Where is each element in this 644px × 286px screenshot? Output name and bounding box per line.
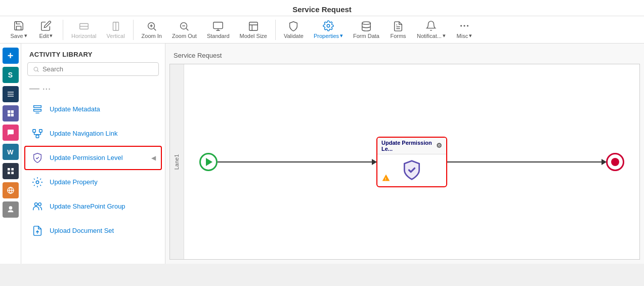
svg-rect-30	[11, 168, 14, 171]
edit-label: Edit ▾	[39, 32, 53, 39]
zoom-out-label: Zoom Out	[172, 33, 197, 39]
horizontal-button[interactable]: Horizontal	[67, 19, 101, 41]
form-data-button[interactable]: Form Data	[349, 19, 383, 41]
update-navigation-icon	[30, 127, 45, 141]
update-navigation-link-label: Update Navigation Link	[50, 130, 117, 138]
vertical-button[interactable]: Vertical	[103, 19, 129, 41]
divider-2	[133, 20, 134, 40]
separator: — ···	[21, 81, 165, 95]
divider-3	[275, 20, 276, 40]
update-sharepoint-group-label: Update SharePoint Group	[50, 202, 125, 211]
svg-point-20	[467, 25, 468, 26]
misc-label: Misc ▾	[457, 32, 473, 39]
end-inner	[611, 158, 619, 166]
edit-button[interactable]: Edit ▾	[33, 18, 59, 41]
canvas-area: Service Request Lane1 Update Permission …	[165, 44, 644, 264]
canvas-label: Service Request	[174, 52, 222, 59]
flow-node-title: Update Permission Le...	[381, 140, 436, 152]
flow-arrow-right	[447, 161, 606, 162]
notifications-label: Notificat... ▾	[417, 32, 446, 39]
svg-rect-38	[39, 130, 42, 133]
user-icon[interactable]	[3, 201, 19, 218]
update-permission-level-label: Update Permission Level	[50, 154, 123, 162]
update-metadata-icon	[30, 102, 45, 116]
title-bar: Service Request	[0, 0, 644, 16]
list-icon[interactable]	[3, 86, 19, 102]
svg-rect-24	[8, 96, 14, 96]
activity-library-header: ACTIVITY LIBRARY	[21, 44, 165, 62]
form-data-label: Form Data	[353, 33, 379, 39]
svg-point-34	[34, 67, 38, 71]
gear-icon[interactable]: ⚙	[436, 142, 442, 149]
forms-label: Forms	[390, 33, 406, 39]
save-label: Save ▾	[10, 32, 27, 39]
lane-container: Lane1 Update Permission Le... ⚙	[169, 64, 640, 260]
validate-label: Validate	[284, 33, 304, 39]
lane-label: Lane1	[170, 64, 184, 259]
flow-arrow-left	[218, 161, 376, 162]
svg-point-19	[464, 25, 465, 26]
svg-rect-26	[11, 110, 13, 113]
activity-item-update-property[interactable]: Update Property	[21, 170, 165, 194]
vertical-label: Vertical	[107, 33, 125, 39]
wordpress-icon[interactable]: W	[3, 144, 19, 160]
svg-point-15	[327, 24, 330, 27]
standard-button[interactable]: Standard	[203, 19, 234, 41]
divider-1	[63, 20, 63, 40]
puzzle-icon[interactable]	[3, 105, 19, 121]
svg-rect-23	[8, 94, 14, 94]
misc-button[interactable]: Misc ▾	[452, 18, 477, 41]
chat-icon[interactable]	[3, 125, 19, 141]
flow-node-header: Update Permission Le... ⚙	[377, 138, 446, 154]
plus-icon[interactable]: +	[3, 48, 19, 64]
page-title: Service Request	[292, 5, 352, 14]
svg-rect-25	[8, 110, 10, 113]
svg-rect-11	[213, 22, 223, 28]
globe-icon[interactable]	[3, 182, 19, 198]
validate-button[interactable]: Validate	[280, 19, 308, 41]
svg-line-35	[37, 70, 38, 71]
activity-item-upload-document-set[interactable]: Upload Document Set	[21, 219, 165, 243]
svg-point-21	[461, 25, 462, 26]
update-metadata-label: Update Metadata	[50, 105, 100, 114]
svg-line-5	[154, 28, 156, 30]
grid-icon[interactable]	[3, 163, 19, 179]
svg-rect-31	[8, 172, 10, 174]
sharepoint-icon[interactable]: S	[3, 67, 19, 83]
svg-rect-32	[11, 172, 14, 174]
save-button[interactable]: Save ▾	[6, 18, 31, 41]
properties-label: Properties ▾	[314, 32, 343, 39]
activity-item-update-metadata[interactable]: Update Metadata	[21, 97, 165, 121]
flow-end-node[interactable]	[606, 153, 624, 171]
svg-text:!: !	[385, 177, 386, 181]
main-area: + S W ACTIVITY LIBRARY — ···	[0, 44, 644, 264]
activity-item-update-sharepoint-group[interactable]: Update SharePoint Group	[21, 194, 165, 219]
svg-rect-37	[33, 130, 36, 133]
activity-item-update-permission-level[interactable]: Update Permission Level ◀	[24, 146, 162, 170]
svg-rect-27	[8, 114, 10, 116]
model-size-button[interactable]: Model Size	[236, 19, 271, 41]
collapse-icon: ◀	[151, 154, 156, 161]
flow-start-node[interactable]	[199, 153, 218, 171]
standard-label: Standard	[207, 33, 230, 39]
zoom-out-button[interactable]: Zoom Out	[168, 19, 201, 41]
notifications-button[interactable]: Notificat... ▾	[413, 18, 450, 41]
update-sharepoint-group-icon	[30, 199, 45, 214]
search-input[interactable]	[42, 65, 153, 73]
activity-item-update-navigation-link[interactable]: Update Navigation Link	[21, 121, 165, 146]
svg-point-46	[38, 203, 41, 206]
forms-button[interactable]: Forms	[385, 19, 411, 41]
horizontal-label: Horizontal	[71, 33, 97, 39]
zoom-in-button[interactable]: Zoom In	[138, 19, 166, 41]
properties-button[interactable]: Properties ▾	[310, 18, 347, 41]
flow-process-node[interactable]: Update Permission Le... ⚙	[376, 137, 447, 187]
sidebar-icons: + S W	[0, 44, 21, 264]
lane-content: Update Permission Le... ⚙	[184, 64, 639, 259]
search-box[interactable]	[27, 62, 159, 76]
toolbar: Save ▾ Edit ▾ Horizontal Vertical Zoom I…	[0, 16, 644, 44]
svg-rect-28	[11, 114, 13, 116]
update-permission-icon	[30, 151, 45, 165]
flow-node-body: !	[377, 154, 446, 186]
play-icon	[206, 158, 212, 166]
svg-rect-14	[249, 22, 257, 30]
